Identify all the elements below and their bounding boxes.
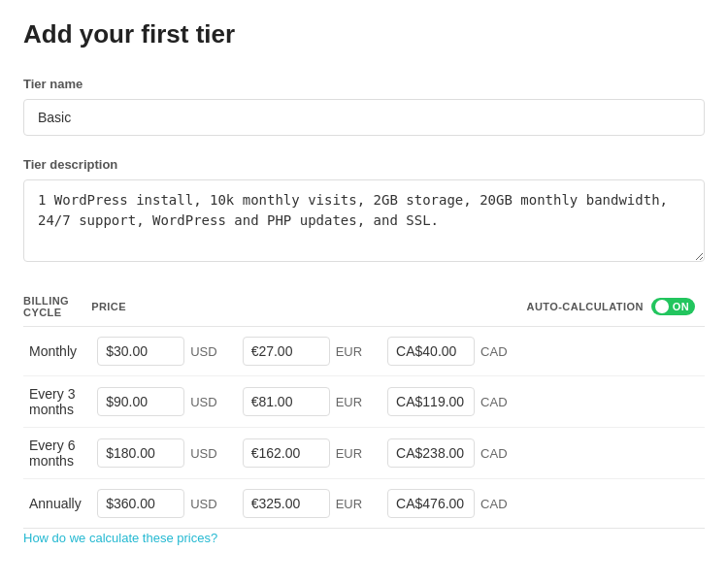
- usd-currency-label: USD: [184, 446, 226, 461]
- auto-calculation-toggle[interactable]: ON: [651, 298, 695, 315]
- empty-cell: [527, 479, 705, 529]
- cad-currency-label: CAD: [475, 344, 516, 359]
- usd-price-cell: USD: [91, 479, 236, 529]
- col-billing-cycle: BILLING CYCLE: [23, 287, 91, 327]
- usd-currency-label: USD: [184, 497, 226, 511]
- table-row: Monthly USD EUR CAD: [23, 327, 705, 376]
- eur-price-cell: EUR: [237, 428, 381, 479]
- usd-price-input[interactable]: [97, 489, 184, 518]
- billing-cycle-cell: Every 3 months: [23, 376, 91, 428]
- usd-currency-label: USD: [184, 344, 226, 359]
- cad-currency-label: CAD: [475, 446, 516, 461]
- billing-cycle-cell: Every 6 months: [23, 428, 91, 479]
- usd-price-cell: USD: [91, 428, 236, 479]
- usd-price-cell: USD: [91, 327, 236, 376]
- cad-currency-label: CAD: [475, 497, 516, 511]
- eur-price-input[interactable]: [243, 337, 330, 366]
- usd-currency-label: USD: [184, 395, 226, 409]
- usd-price-input[interactable]: [97, 438, 184, 468]
- eur-price-cell: EUR: [237, 479, 381, 529]
- usd-price-input[interactable]: [97, 387, 184, 416]
- empty-cell: [527, 327, 705, 376]
- cad-price-input[interactable]: [387, 489, 475, 518]
- table-row: Every 6 months USD EUR CAD: [23, 428, 705, 479]
- eur-price-input[interactable]: [243, 387, 330, 416]
- auto-calculation-label: Auto-calculation: [527, 301, 644, 312]
- eur-price-input[interactable]: [243, 489, 330, 518]
- empty-cell: [527, 376, 705, 428]
- how-calculate-link[interactable]: How do we calculate these prices?: [23, 531, 217, 545]
- tier-name-input[interactable]: [23, 99, 705, 136]
- eur-currency-label: EUR: [330, 344, 372, 359]
- cad-price-input[interactable]: [387, 387, 475, 416]
- eur-currency-label: EUR: [330, 446, 372, 461]
- col-auto-calc: Auto-calculation ON: [527, 287, 705, 327]
- cad-price-cell: CAD: [381, 428, 526, 479]
- col-spacer: [237, 287, 381, 327]
- table-row: Annually USD EUR CAD: [23, 479, 705, 529]
- billing-table-wrapper: BILLING CYCLE PRICE Auto-calculation ON: [23, 287, 705, 529]
- cad-price-cell: CAD: [381, 327, 526, 376]
- usd-price-cell: USD: [91, 376, 236, 428]
- table-row: Every 3 months USD EUR CAD: [23, 376, 705, 428]
- cad-price-cell: CAD: [381, 479, 526, 529]
- tier-description-field: Tier description 1 WordPress install, 10…: [23, 157, 705, 266]
- cad-price-cell: CAD: [381, 376, 526, 428]
- billing-cycle-cell: Annually: [23, 479, 91, 529]
- eur-price-input[interactable]: [243, 438, 330, 468]
- toggle-knob: [655, 300, 669, 313]
- col-price: PRICE: [91, 287, 236, 327]
- eur-price-cell: EUR: [237, 376, 381, 428]
- billing-table: BILLING CYCLE PRICE Auto-calculation ON: [23, 287, 705, 529]
- billing-cycle-cell: Monthly: [23, 327, 91, 376]
- eur-price-cell: EUR: [237, 327, 381, 376]
- tier-description-label: Tier description: [23, 157, 705, 172]
- page-title: Add your first tier: [23, 19, 705, 49]
- tier-name-label: Tier name: [23, 77, 705, 91]
- eur-currency-label: EUR: [330, 497, 372, 511]
- col-spacer2: [381, 287, 526, 327]
- cad-price-input[interactable]: [387, 438, 475, 468]
- cad-price-input[interactable]: [387, 337, 475, 366]
- cad-currency-label: CAD: [475, 395, 516, 409]
- tier-description-input[interactable]: 1 WordPress install, 10k monthly visits,…: [23, 179, 705, 262]
- tier-name-field: Tier name: [23, 77, 705, 136]
- empty-cell: [527, 428, 705, 479]
- usd-price-input[interactable]: [97, 337, 184, 366]
- toggle-state-label: ON: [673, 301, 689, 312]
- add-another-tier-button[interactable]: + ADD ANOTHER TIER: [270, 573, 458, 584]
- eur-currency-label: EUR: [330, 395, 372, 409]
